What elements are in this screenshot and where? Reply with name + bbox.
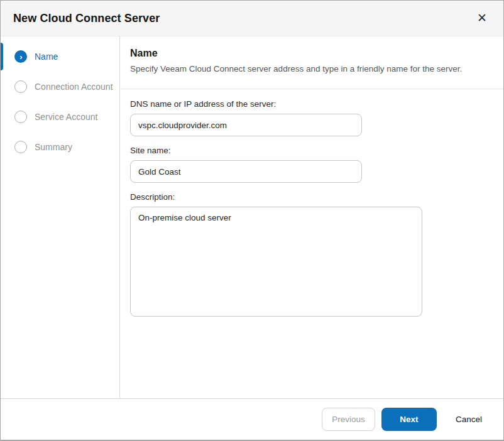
dialog-title: New Cloud Connect Server xyxy=(13,12,160,25)
step-active-bullet-icon: › xyxy=(14,50,27,63)
site-name-input[interactable] xyxy=(130,160,362,183)
step-pending-bullet-icon xyxy=(14,80,27,93)
dns-field-label: DNS name or IP address of the server: xyxy=(130,99,488,109)
cancel-button[interactable]: Cancel xyxy=(454,408,483,431)
dns-input[interactable] xyxy=(130,114,362,136)
dialog-footer: Previous Next Cancel xyxy=(1,398,503,440)
step-heading: Name xyxy=(130,48,488,59)
description-field-label: Description: xyxy=(130,192,488,202)
close-icon[interactable]: ✕ xyxy=(473,9,491,27)
step-connection-account[interactable]: Connection Account xyxy=(1,80,119,93)
step-header: Name Specify Veeam Cloud Connect server … xyxy=(120,36,503,89)
step-label: Service Account xyxy=(35,112,97,122)
name-step-form: DNS name or IP address of the server: Si… xyxy=(120,89,503,317)
step-pending-bullet-icon xyxy=(14,111,27,123)
step-pending-bullet-icon xyxy=(14,141,27,153)
chevron-right-icon: › xyxy=(19,53,22,61)
step-subtitle: Specify Veeam Cloud Connect server addre… xyxy=(130,64,488,74)
previous-button[interactable]: Previous xyxy=(322,408,375,431)
step-name[interactable]: › Name xyxy=(1,50,119,63)
step-summary[interactable]: Summary xyxy=(1,141,119,153)
new-cloud-connect-server-dialog: New Cloud Connect Server ✕ › Name Connec… xyxy=(0,0,504,441)
step-content-panel: Name Specify Veeam Cloud Connect server … xyxy=(120,36,503,398)
step-service-account[interactable]: Service Account xyxy=(1,111,119,123)
step-label: Summary xyxy=(35,142,72,152)
step-label: Connection Account xyxy=(35,82,113,92)
site-name-field-label: Site name: xyxy=(130,146,488,155)
next-button[interactable]: Next xyxy=(381,408,437,431)
dialog-body: › Name Connection Account Service Accoun… xyxy=(1,36,503,398)
step-label: Name xyxy=(35,52,58,62)
description-textarea[interactable]: On-premise cloud server xyxy=(130,207,422,317)
dialog-titlebar: New Cloud Connect Server ✕ xyxy=(1,1,503,36)
wizard-steps-sidebar: › Name Connection Account Service Accoun… xyxy=(1,36,120,398)
